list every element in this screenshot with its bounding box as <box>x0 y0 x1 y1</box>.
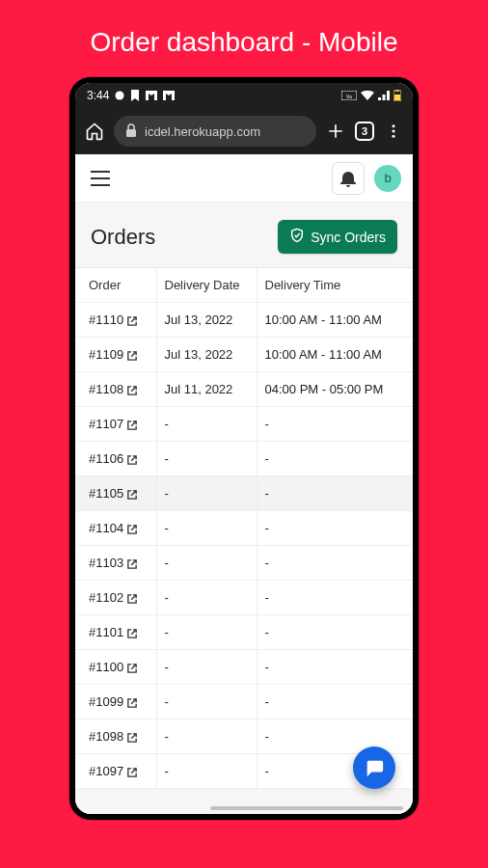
delivery-time-cell: - <box>257 719 413 754</box>
table-row[interactable]: #1108Jul 11, 202204:00 PM - 05:00 PM <box>75 372 413 407</box>
url-text: icdel.herokuapp.com <box>145 124 260 139</box>
delivery-date-cell: Jul 11, 2022 <box>156 372 257 407</box>
tab-count[interactable]: 3 <box>355 122 374 141</box>
external-link-icon <box>127 490 137 500</box>
table-row[interactable]: #1106-- <box>75 442 413 476</box>
page-title: Order dashboard - Mobile <box>0 0 488 77</box>
order-id: #1109 <box>89 347 123 362</box>
content-area: Orders Sync Orders Order Delivery Date D… <box>75 203 413 814</box>
external-link-icon <box>127 525 137 534</box>
avatar[interactable]: b <box>374 165 401 192</box>
delivery-time-cell: 10:00 AM - 11:00 AM <box>257 303 413 338</box>
external-link-icon <box>127 316 137 326</box>
order-id: #1102 <box>89 590 123 605</box>
svg-rect-4 <box>396 90 399 92</box>
table-row[interactable]: #1105-- <box>75 476 413 511</box>
svg-point-9 <box>393 135 395 138</box>
order-id: #1098 <box>89 729 123 744</box>
order-id-cell[interactable]: #1100 <box>75 650 156 685</box>
table-row[interactable]: #1101-- <box>75 615 413 650</box>
orders-table-wrap: Order Delivery Date Delivery Time #1110J… <box>75 267 413 789</box>
order-id: #1099 <box>89 694 123 709</box>
delivery-date-cell: - <box>156 581 257 615</box>
signal-icon <box>378 91 390 100</box>
table-row[interactable]: #1104-- <box>75 511 413 546</box>
order-id: #1100 <box>89 660 123 674</box>
horizontal-scroll-indicator[interactable] <box>210 806 403 810</box>
notifications-button[interactable] <box>332 162 365 195</box>
table-row[interactable]: #1098-- <box>75 719 413 754</box>
delivery-date-cell: - <box>156 615 257 650</box>
delivery-time-cell: - <box>257 615 413 650</box>
app-header: b <box>75 154 413 203</box>
chat-fab[interactable] <box>353 746 395 789</box>
col-delivery-date[interactable]: Delivery Date <box>156 268 257 303</box>
delivery-date-cell: Jul 13, 2022 <box>156 338 257 372</box>
browser-bar: icdel.herokuapp.com 3 <box>75 108 413 154</box>
order-id: #1110 <box>89 312 123 327</box>
external-link-icon <box>127 351 137 361</box>
table-row[interactable]: #1107-- <box>75 407 413 442</box>
table-row[interactable]: #1109Jul 13, 202210:00 AM - 11:00 AM <box>75 338 413 372</box>
delivery-date-cell: - <box>156 442 257 476</box>
delivery-date-cell: Jul 13, 2022 <box>156 303 257 338</box>
gmail-icon <box>163 91 175 100</box>
external-link-icon <box>127 733 137 743</box>
col-order[interactable]: Order <box>75 268 156 303</box>
order-id-cell[interactable]: #1102 <box>75 581 156 615</box>
orders-title: Orders <box>91 225 155 250</box>
order-id: #1103 <box>89 556 123 570</box>
wifi-icon <box>361 91 374 100</box>
circle-icon <box>115 91 124 100</box>
order-id-cell[interactable]: #1110 <box>75 303 156 338</box>
table-row[interactable]: #1099-- <box>75 685 413 719</box>
svg-rect-5 <box>394 95 400 100</box>
new-tab-icon[interactable] <box>324 120 347 143</box>
external-link-icon <box>127 629 137 638</box>
external-link-icon <box>127 768 137 777</box>
table-row[interactable]: #1102-- <box>75 581 413 615</box>
delivery-time-cell: - <box>257 407 413 442</box>
delivery-time-cell: 04:00 PM - 05:00 PM <box>257 372 413 407</box>
order-id-cell[interactable]: #1106 <box>75 442 156 476</box>
order-id-cell[interactable]: #1103 <box>75 546 156 581</box>
order-id: #1097 <box>89 764 123 778</box>
battery-icon <box>393 90 401 101</box>
order-id-cell[interactable]: #1101 <box>75 615 156 650</box>
order-id-cell[interactable]: #1107 <box>75 407 156 442</box>
external-link-icon <box>127 386 137 395</box>
delivery-time-cell: 10:00 AM - 11:00 AM <box>257 338 413 372</box>
col-delivery-time[interactable]: Delivery Time <box>257 268 413 303</box>
url-bar[interactable]: icdel.herokuapp.com <box>114 116 316 147</box>
order-id: #1104 <box>89 521 123 535</box>
home-icon[interactable] <box>83 120 106 143</box>
delivery-date-cell: - <box>156 546 257 581</box>
table-row[interactable]: #1110Jul 13, 202210:00 AM - 11:00 AM <box>75 303 413 338</box>
order-id: #1108 <box>89 382 123 396</box>
menu-icon[interactable] <box>87 165 114 192</box>
order-id-cell[interactable]: #1105 <box>75 476 156 511</box>
svg-text:Vo: Vo <box>346 94 352 99</box>
order-id-cell[interactable]: #1097 <box>75 754 156 789</box>
external-link-icon <box>127 594 137 604</box>
external-link-icon <box>127 698 137 708</box>
order-id-cell[interactable]: #1109 <box>75 338 156 372</box>
order-id-cell[interactable]: #1108 <box>75 372 156 407</box>
svg-point-7 <box>393 124 395 127</box>
order-id-cell[interactable]: #1104 <box>75 511 156 546</box>
order-id-cell[interactable]: #1098 <box>75 719 156 754</box>
table-row[interactable]: #1100-- <box>75 650 413 685</box>
order-id: #1105 <box>89 486 123 501</box>
order-id-cell[interactable]: #1099 <box>75 685 156 719</box>
order-id: #1107 <box>89 417 123 431</box>
more-icon[interactable] <box>382 120 405 143</box>
delivery-date-cell: - <box>156 685 257 719</box>
svg-point-0 <box>116 92 124 100</box>
delivery-time-cell: - <box>257 442 413 476</box>
bookmark-icon <box>130 90 140 101</box>
table-row[interactable]: #1103-- <box>75 546 413 581</box>
sync-orders-button[interactable]: Sync Orders <box>278 220 397 254</box>
device-screen: 3:44 Vo icdel.herokuapp.com <box>75 83 413 814</box>
gmail-icon <box>146 91 157 100</box>
status-bar: 3:44 Vo <box>75 83 413 108</box>
